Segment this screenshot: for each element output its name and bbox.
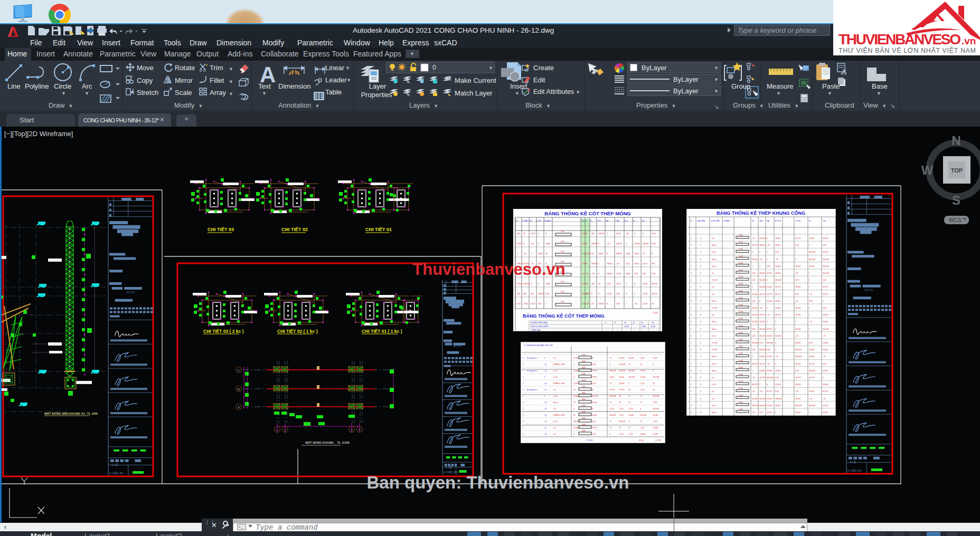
svg-text:THUVIENBANVESO: THUVIENBANVESO <box>838 31 961 47</box>
svg-text:3: 3 <box>700 328 701 330</box>
svg-text:2: 2 <box>767 251 768 253</box>
svg-text:0,28: 0,28 <box>752 335 756 337</box>
svg-text:+2x40: +2x40 <box>738 241 743 243</box>
svg-text:0,28: 0,28 <box>809 342 813 344</box>
svg-text:2: 2 <box>523 363 524 366</box>
svg-text:302,404: 302,404 <box>823 259 829 261</box>
svg-text:20: 20 <box>653 389 655 391</box>
svg-text:10,440: 10,440 <box>619 376 624 378</box>
svg-text:302,404: 302,404 <box>775 398 781 400</box>
svg-text:S: S <box>952 193 960 207</box>
svg-text:4 KHUNG ĐỨNG BÊN CHỔ LắP: 4 KHUNG ĐỨNG BÊN CHỔ LắP <box>524 344 553 347</box>
svg-text:100,208: 100,208 <box>619 420 625 423</box>
svg-text:2: 2 <box>700 370 701 372</box>
svg-text:302,404: 302,404 <box>809 259 815 261</box>
svg-text:27,873: 27,873 <box>619 389 624 391</box>
svg-text:CHI TIẾT 02 ( 1 kc ): CHI TIẾT 02 ( 1 kc ) <box>277 329 318 334</box>
svg-text:MẶT ĐỨNG BÊN KHUNG K1_TL 1/50: MẶT ĐỨNG BÊN KHUNG K1_TL 1/50 <box>44 411 98 415</box>
svg-text:44,773: 44,773 <box>752 384 757 386</box>
svg-text:x4 x5: x4 x5 <box>553 395 558 397</box>
svg-text:Max y: Max y <box>712 411 717 414</box>
svg-text:28,200: 28,200 <box>759 335 765 337</box>
svg-text:28,200: 28,200 <box>823 411 828 414</box>
svg-text:x4 x5: x4 x5 <box>712 265 716 267</box>
svg-text:100,208: 100,208 <box>653 395 659 397</box>
svg-text:10,440: 10,440 <box>653 427 658 429</box>
svg-text:302,404: 302,404 <box>767 342 773 344</box>
svg-text:3: 3 <box>700 377 701 379</box>
svg-text:0,28: 0,28 <box>752 349 756 351</box>
svg-text:4000: 4000 <box>582 379 586 381</box>
svg-text:2: 2 <box>795 321 796 323</box>
svg-text:28,200: 28,200 <box>795 265 800 267</box>
svg-text:CHI TIẾT 02: CHI TIẾT 02 <box>281 227 308 232</box>
svg-text:100,208: 100,208 <box>653 376 659 378</box>
svg-text:248,90: 248,90 <box>591 263 597 265</box>
svg-text:10,500: 10,500 <box>767 398 772 400</box>
svg-text:28,200: 28,200 <box>752 307 757 309</box>
svg-text:2500: 2500 <box>561 251 564 253</box>
svg-text:0,28: 0,28 <box>795 293 799 295</box>
svg-text:+2,50: +2,50 <box>640 382 645 385</box>
svg-text:+2x40: +2x40 <box>738 332 743 334</box>
svg-text:Max y: Max y <box>712 328 717 330</box>
svg-text:10,500: 10,500 <box>752 398 757 400</box>
svg-text:+2x40: +2x40 <box>738 234 743 236</box>
svg-text:DÀI: DÀI <box>767 220 769 222</box>
svg-text:9,600: 9,600 <box>634 253 639 255</box>
svg-text:0,28: 0,28 <box>752 328 756 330</box>
svg-text:2: 2 <box>759 384 760 386</box>
svg-text:8: 8 <box>652 253 653 255</box>
svg-text:+2x40: +2x40 <box>738 395 743 397</box>
svg-text:N: N <box>951 133 960 148</box>
svg-text:+50: +50 <box>531 243 534 245</box>
svg-text:302,404: 302,404 <box>759 279 766 281</box>
svg-text:+50: +50 <box>607 243 610 245</box>
svg-text:Đ.KÍNH THÉP (MM): Đ.KÍNH THÉP (MM) <box>531 321 548 324</box>
svg-text:4000: 4000 <box>582 386 586 388</box>
svg-text:BẢNG THỐNG KÊ CỐT THÉP MÓNG: BẢNG THỐNG KÊ CỐT THÉP MÓNG <box>523 313 605 319</box>
svg-text:2: 2 <box>775 321 776 323</box>
svg-text:450: 450 <box>591 283 595 285</box>
svg-text:4: 4 <box>573 376 574 378</box>
svg-text:10,500: 10,500 <box>795 411 800 414</box>
svg-text:0,34: 0,34 <box>517 303 521 305</box>
svg-text:9,600: 9,600 <box>538 253 543 255</box>
svg-text:+70: +70 <box>795 300 798 302</box>
svg-text:28,200: 28,200 <box>759 370 765 372</box>
svg-text:9,600: 9,600 <box>598 253 603 255</box>
svg-text:1 LỆ: 1 LỆ <box>850 460 856 464</box>
svg-text:4: 4 <box>795 259 796 261</box>
svg-text:+70: +70 <box>823 356 826 358</box>
svg-text:2: 2 <box>809 411 810 414</box>
svg-text:+70: +70 <box>752 411 755 414</box>
svg-text:8: 8 <box>700 398 701 400</box>
svg-text:2,500: 2,500 <box>643 303 647 305</box>
svg-text:10,500: 10,500 <box>795 314 800 316</box>
svg-text:5: 5 <box>700 390 701 393</box>
svg-text:+2,50: +2,50 <box>619 433 624 435</box>
svg-text:0,34: 0,34 <box>616 293 620 295</box>
svg-text:20: 20 <box>523 233 525 235</box>
svg-text:302,404: 302,404 <box>823 272 829 274</box>
svg-text:Khung kèo n: Khung kèo n <box>527 389 537 391</box>
svg-text:4: 4 <box>775 342 776 344</box>
svg-text:0,34: 0,34 <box>607 283 610 285</box>
svg-text:28,200: 28,200 <box>809 356 814 358</box>
svg-text:d a: d a <box>553 357 556 359</box>
svg-text:8: 8 <box>700 321 701 323</box>
svg-text:44,773: 44,773 <box>809 363 814 365</box>
svg-text:10,500: 10,500 <box>809 237 814 240</box>
svg-text:0,617: 0,617 <box>531 233 535 235</box>
svg-text:44,773: 44,773 <box>767 293 772 295</box>
svg-text:450: 450 <box>586 303 589 305</box>
svg-text:Max y: Max y <box>712 259 717 261</box>
svg-text:5: 5 <box>691 265 692 267</box>
svg-text:B.MÃ Kẹ CHỮ: B.MÃ Kẹ CHỮ <box>553 382 565 385</box>
svg-text:4: 4 <box>573 363 574 366</box>
svg-text:44,773: 44,773 <box>823 237 828 240</box>
svg-text:+2x40: +2x40 <box>738 318 743 320</box>
svg-text:20: 20 <box>653 382 655 385</box>
svg-text:+,8: +,8 <box>544 363 546 366</box>
svg-text:450: 450 <box>591 233 595 235</box>
